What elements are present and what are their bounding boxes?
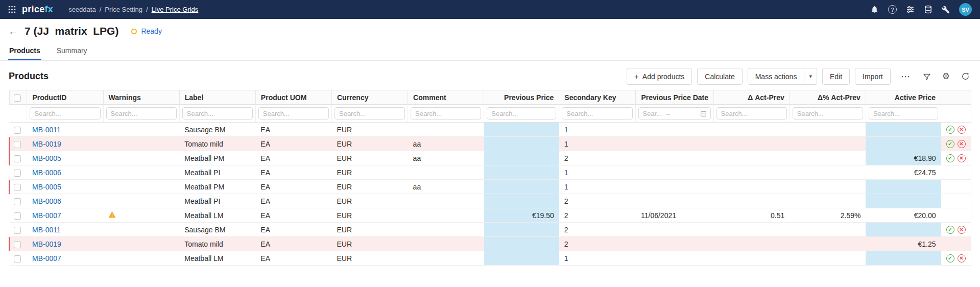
back-button[interactable]: ← — [8, 27, 18, 36]
mass-actions-button[interactable]: Mass actions — [748, 68, 805, 85]
cell-active_price[interactable] — [866, 123, 941, 137]
row-checkbox[interactable] — [14, 241, 21, 248]
add-products-button[interactable]: + Add products — [627, 68, 692, 85]
column-header-previous_price_date[interactable]: Previous Price Date — [636, 90, 713, 105]
product-link[interactable]: MB-0006 — [32, 169, 61, 177]
tab-products[interactable]: Products — [8, 42, 41, 60]
cell-previous_price[interactable]: €19.50 — [484, 208, 559, 223]
filter-secondary_key[interactable] — [562, 107, 633, 119]
database-icon[interactable] — [924, 5, 933, 14]
mass-actions-caret-button[interactable]: ▾ — [804, 68, 817, 85]
row-checkbox[interactable] — [14, 127, 21, 134]
reject-icon[interactable]: ✕ — [958, 226, 966, 234]
product-link[interactable]: MB-0011 — [32, 226, 61, 234]
cell-previous_price[interactable] — [484, 237, 559, 251]
calculate-button[interactable]: Calculate — [697, 68, 742, 85]
row-checkbox[interactable] — [14, 227, 21, 234]
approve-icon[interactable]: ✓ — [946, 154, 954, 162]
filter-warnings[interactable] — [106, 107, 177, 119]
breadcrumb-section[interactable]: Price Setting — [105, 6, 142, 13]
cell-product_id: MB-0005 — [27, 180, 103, 194]
row-checkbox[interactable] — [14, 155, 21, 162]
tab-summary[interactable]: Summary — [56, 42, 88, 60]
column-header-warnings[interactable]: Warnings — [103, 90, 179, 105]
cell-active_price[interactable] — [866, 194, 941, 208]
pricefx-logo[interactable]: pricefx — [22, 4, 53, 15]
column-header-delta_pct[interactable]: Δ% Act-Prev — [790, 90, 866, 105]
cell-previous_price[interactable] — [484, 180, 559, 194]
approve-icon[interactable]: ✓ — [946, 126, 954, 134]
cell-previous_price[interactable] — [484, 137, 559, 151]
approve-icon[interactable]: ✓ — [946, 140, 954, 148]
cell-previous_price[interactable] — [484, 123, 559, 137]
column-header-active_price[interactable]: Active Price — [866, 90, 941, 105]
cell-active_price[interactable] — [866, 137, 941, 151]
cell-previous_price[interactable] — [484, 194, 559, 208]
reject-icon[interactable]: ✕ — [958, 254, 966, 262]
column-header-product_id[interactable]: ProductID — [27, 90, 103, 105]
reject-icon[interactable]: ✕ — [958, 154, 966, 162]
cell-previous_price[interactable] — [484, 223, 559, 237]
calendar-icon — [700, 110, 707, 117]
filter-delta[interactable] — [716, 107, 787, 119]
select-all-checkbox[interactable] — [14, 94, 21, 102]
cell-active_price[interactable] — [866, 223, 941, 237]
filter-icon[interactable] — [921, 73, 933, 81]
import-button[interactable]: Import — [855, 68, 891, 85]
column-header-uom[interactable]: Product UOM — [255, 90, 331, 105]
product-link[interactable]: MB-0019 — [32, 240, 61, 248]
breadcrumb-app[interactable]: seeddata — [68, 6, 96, 13]
filter-uom[interactable] — [258, 107, 329, 119]
column-header-label[interactable]: Label — [179, 90, 255, 105]
apps-grid-icon[interactable] — [8, 6, 16, 13]
approve-icon[interactable]: ✓ — [946, 226, 954, 234]
cell-active_price[interactable] — [866, 180, 941, 194]
row-checkbox[interactable] — [14, 212, 21, 220]
breadcrumb-page[interactable]: Live Price Grids — [152, 6, 199, 13]
reject-icon[interactable]: ✕ — [958, 126, 966, 134]
column-header-secondary_key[interactable]: Secondary Key — [559, 90, 636, 105]
bell-icon[interactable] — [870, 5, 879, 14]
column-header-delta[interactable]: Δ Act-Prev — [713, 90, 790, 105]
row-checkbox[interactable] — [14, 141, 21, 148]
refresh-icon[interactable] — [960, 72, 971, 81]
filter-comment[interactable] — [411, 107, 481, 119]
more-actions-button[interactable]: ⋯ — [899, 70, 913, 82]
row-checkbox[interactable] — [14, 255, 21, 262]
user-avatar[interactable]: SV — [959, 3, 972, 16]
product-link[interactable]: MB-0007 — [32, 254, 61, 262]
cell-previous_price[interactable] — [484, 151, 559, 165]
filter-previous_price_date[interactable]: Sear...→ — [638, 107, 710, 119]
product-link[interactable]: MB-0007 — [32, 211, 61, 220]
filter-delta_pct[interactable] — [793, 107, 863, 119]
column-header-currency[interactable]: Currency — [331, 90, 408, 105]
cell-previous_price[interactable] — [484, 165, 559, 180]
filter-label[interactable] — [182, 107, 253, 119]
row-checkbox[interactable] — [14, 198, 21, 205]
product-link[interactable]: MB-0005 — [32, 154, 61, 162]
filter-product_id[interactable] — [30, 107, 100, 119]
product-link[interactable]: MB-0006 — [32, 197, 61, 205]
cell-product_id: MB-0011 — [27, 123, 103, 137]
cell-active_price[interactable] — [866, 251, 941, 266]
row-select-cell — [10, 208, 27, 223]
edit-button[interactable]: Edit — [822, 68, 850, 85]
cell-previous_price[interactable] — [484, 251, 559, 266]
reject-icon[interactable]: ✕ — [958, 140, 966, 148]
column-header-previous_price[interactable]: Previous Price — [484, 90, 559, 105]
product-link[interactable]: MB-0019 — [32, 140, 61, 148]
sliders-icon[interactable] — [906, 5, 915, 14]
cell-active_price[interactable]: €18.90 — [866, 151, 941, 165]
row-checkbox[interactable] — [14, 170, 21, 177]
filter-currency[interactable] — [334, 107, 405, 119]
filter-previous_price[interactable] — [487, 107, 556, 119]
product-link[interactable]: MB-0005 — [32, 183, 61, 191]
wrench-icon[interactable] — [942, 6, 950, 14]
row-checkbox[interactable] — [14, 184, 21, 191]
approve-icon[interactable]: ✓ — [946, 254, 954, 262]
product-link[interactable]: MB-0011 — [32, 126, 61, 134]
filter-active_price[interactable] — [869, 107, 938, 119]
column-header-comment[interactable]: Comment — [408, 90, 484, 105]
gear-icon[interactable]: ⚙ — [941, 72, 951, 81]
help-icon[interactable]: ? — [888, 5, 897, 14]
